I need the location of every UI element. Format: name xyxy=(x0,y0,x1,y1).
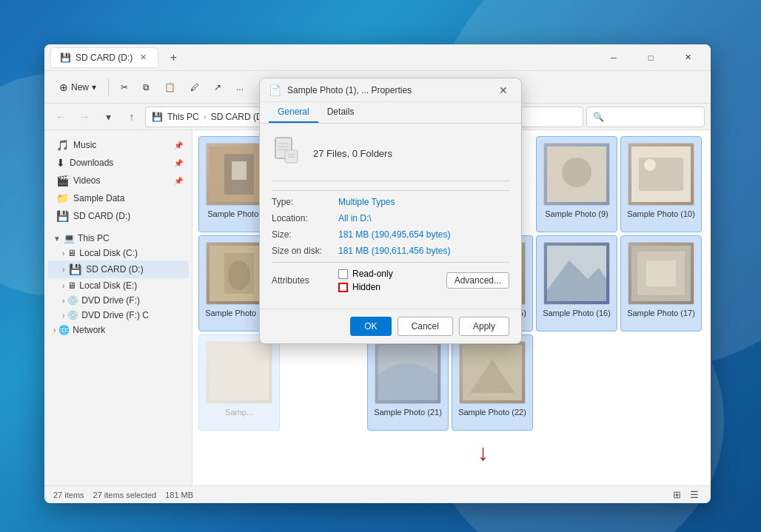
file-item[interactable]: Sample Photo (17) xyxy=(620,235,702,331)
share-icon: ↗ xyxy=(214,82,221,92)
dialog-close-button[interactable]: ✕ xyxy=(495,81,512,99)
svg-point-15 xyxy=(228,260,250,290)
file-thumbnail xyxy=(543,242,610,305)
readonly-row: Read-only xyxy=(338,269,393,279)
hidden-label: Hidden xyxy=(352,282,380,292)
dialog-footer: OK Cancel Apply xyxy=(260,309,521,343)
prop-location-label: Location: xyxy=(272,213,338,223)
search-icon: 🔍 xyxy=(593,112,604,122)
rename-icon: 🖊 xyxy=(190,82,199,92)
readonly-checkbox[interactable] xyxy=(338,269,348,279)
toolbar-separator xyxy=(108,78,109,96)
expand-button[interactable]: ▾ xyxy=(98,107,118,127)
apply-button[interactable]: Apply xyxy=(459,317,509,336)
file-info-name: 27 Files, 0 Folders xyxy=(313,148,392,159)
sidebar-item-sampledata[interactable]: 📁 Sample Data xyxy=(47,189,189,207)
up-button[interactable]: ↑ xyxy=(121,107,142,127)
file-item[interactable]: Sample Photo (9) xyxy=(536,136,617,232)
file-info-header: 27 Files, 0 Folders xyxy=(272,135,509,181)
file-item[interactable]: Sample Photo (10) xyxy=(620,136,702,232)
divider-mid xyxy=(272,262,509,263)
forward-button[interactable]: → xyxy=(74,107,95,127)
explorer-tab[interactable]: 💾 SD CARD (D:) ✕ xyxy=(50,47,158,68)
properties-dialog: 📄 Sample Photo (1), ... Properties ✕ Gen… xyxy=(259,78,522,344)
thispc-tree-item[interactable]: ▼ 💻 This PC xyxy=(47,231,189,246)
more-button[interactable]: ... xyxy=(230,79,249,95)
copy-button[interactable]: ⧉ xyxy=(137,79,155,95)
sidebar-item-downloads[interactable]: ⬇ Downloads 📌 xyxy=(47,154,189,172)
file-item[interactable]: Samp... xyxy=(198,334,280,431)
tab-icon: 💾 xyxy=(60,53,71,63)
dvdf-icon: 💿 xyxy=(67,295,78,306)
search-box[interactable]: 🔍 xyxy=(586,107,705,127)
cancel-button[interactable]: Cancel xyxy=(398,317,453,336)
thispc-label: This PC xyxy=(78,233,110,243)
attr-label: Attributes xyxy=(272,275,338,286)
paste-icon: 📋 xyxy=(164,82,175,92)
rename-button[interactable]: 🖊 xyxy=(184,79,205,95)
file-name: Sample Photo (9) xyxy=(545,209,609,219)
prop-size-label: Size: xyxy=(272,229,338,240)
downloads-icon: ⬇ xyxy=(56,157,65,169)
network-tree-item[interactable]: › 🌐 Network xyxy=(47,323,189,337)
dvdf-expand-arrow: › xyxy=(62,297,64,305)
file-item[interactable]: Sample Photo (21) xyxy=(367,334,449,431)
localc-label: Local Disk (C:) xyxy=(79,248,138,258)
thispc-expand-arrow: ▼ xyxy=(53,235,61,243)
sdcard-tree-icon: 💾 xyxy=(69,263,81,275)
file-item[interactable]: Sample Photo (22) xyxy=(452,334,533,431)
hidden-checkbox[interactable] xyxy=(338,283,348,292)
minimize-button[interactable]: ─ xyxy=(597,47,631,69)
file-item[interactable]: Sample Photo (16) xyxy=(536,235,617,331)
window-controls: ─ □ ✕ xyxy=(597,47,705,69)
file-name: Sample Photo (17) xyxy=(627,308,695,318)
cut-icon: ✂ xyxy=(121,82,128,92)
file-name: Sample Photo (10) xyxy=(627,209,695,219)
sdcard-icon: 💾 xyxy=(56,210,69,222)
new-chevron: ▾ xyxy=(92,82,96,92)
paste-button[interactable]: 📋 xyxy=(158,79,181,95)
close-button[interactable]: ✕ xyxy=(671,47,705,69)
file-thumbnail xyxy=(628,242,694,305)
new-button[interactable]: ⊕ New ▾ xyxy=(53,78,102,96)
prop-type-label: Type: xyxy=(272,197,338,207)
sidebar-item-sdcard[interactable]: 💾 SD CARD (D:) xyxy=(47,207,189,225)
status-count: 27 items xyxy=(53,491,84,499)
new-tab-button[interactable]: + xyxy=(164,49,182,67)
view-controls: ⊞ ☰ xyxy=(669,488,702,502)
file-name: Sample Photo (16) xyxy=(543,308,611,318)
dvdfc-tree-item[interactable]: › 💿 DVD Drive (F:) C xyxy=(47,308,189,323)
sidebar-item-videos[interactable]: 🎬 Videos 📌 xyxy=(47,172,189,189)
tab-details[interactable]: Details xyxy=(318,102,363,123)
prop-size: Size: 181 MB (190,495,654 bytes) xyxy=(272,229,509,240)
tab-close-button[interactable]: ✕ xyxy=(137,52,149,64)
sidebar: 🎵 Music 📌 ⬇ Downloads 📌 🎬 Videos 📌 📁 Sam xyxy=(44,130,192,485)
prop-sizeondisk-value: 181 MB (190,611,456 bytes) xyxy=(338,246,450,256)
tab-general[interactable]: General xyxy=(269,102,318,123)
title-bar: 💾 SD CARD (D:) ✕ + ─ □ ✕ xyxy=(44,44,711,71)
locale-tree-item[interactable]: › 🖥 Local Disk (E:) xyxy=(47,278,189,293)
file-info-icon xyxy=(272,135,301,172)
maximize-button[interactable]: □ xyxy=(634,47,668,69)
back-button[interactable]: ← xyxy=(50,107,71,127)
list-view-button[interactable]: ☰ xyxy=(687,488,702,502)
ok-button[interactable]: OK xyxy=(350,317,391,336)
prop-location: Location: All in D:\ xyxy=(272,213,509,223)
cut-button[interactable]: ✂ xyxy=(115,79,134,95)
address-sep1: › xyxy=(204,112,207,122)
sdcard-tree-item[interactable]: › 💾 SD CARD (D:) xyxy=(47,260,189,278)
thispc-icon: 💻 xyxy=(64,233,75,243)
grid-view-button[interactable]: ⊞ xyxy=(669,488,684,502)
videos-icon: 🎬 xyxy=(56,175,69,186)
dvdf-tree-item[interactable]: › 💿 DVD Drive (F:) xyxy=(47,293,189,308)
attributes-row: Attributes Read-only Hidden Advanced... xyxy=(272,269,509,292)
file-thumbnail xyxy=(543,143,610,206)
sidebar-videos-label: Videos xyxy=(73,175,100,186)
dialog-tabs: General Details xyxy=(260,102,521,124)
advanced-button[interactable]: Advanced... xyxy=(446,272,509,289)
localc-tree-item[interactable]: › 🖥 Local Disk (C:) xyxy=(47,246,189,260)
prop-location-value: All in D:\ xyxy=(338,213,372,223)
sidebar-item-music[interactable]: 🎵 Music 📌 xyxy=(47,136,189,154)
prop-type-value: Multiple Types xyxy=(338,197,395,207)
share-button[interactable]: ↗ xyxy=(208,79,227,95)
